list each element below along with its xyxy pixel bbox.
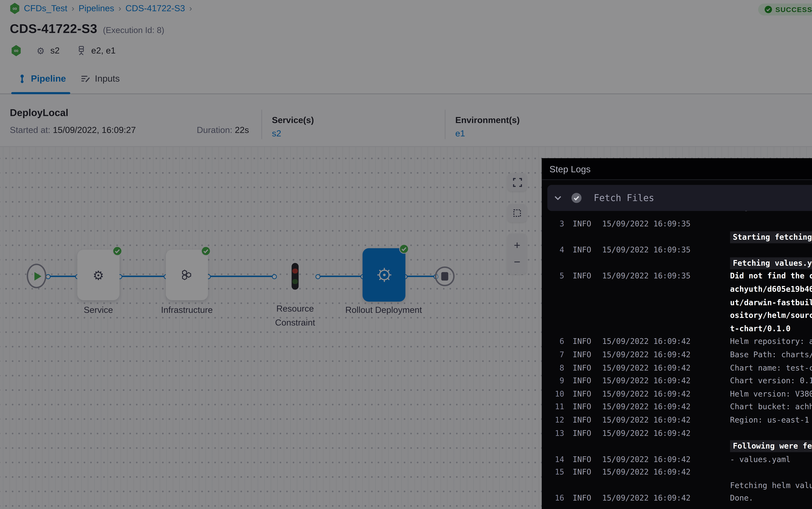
log-level: INFO: [573, 270, 594, 336]
step-row-fetch-files[interactable]: Fetch Files ↑ ↓ 9s: [547, 185, 812, 211]
log-timestamp: 15/09/2022 16:09:42: [602, 401, 722, 414]
edge: [48, 275, 77, 277]
gear-icon: ⚙: [37, 46, 45, 55]
status-badge: SUCCESS: [758, 4, 812, 15]
node-service[interactable]: ⚙: [77, 250, 119, 300]
log-timestamp: 15/09/2022 16:09:42: [602, 493, 722, 506]
log-level: INFO: [573, 362, 594, 375]
harness-logo-icon: ∞: [10, 3, 20, 14]
log-row: 5 INFO 15/09/2022 16:09:35 Did not find …: [542, 270, 812, 336]
log-row: 10 INFO 15/09/2022 16:09:42 Helm version…: [542, 388, 812, 401]
log-message: Fetching values.yaml from helm chart rep…: [730, 257, 812, 270]
tab-bar: Pipeline Inputs Console View: [0, 68, 812, 94]
log-level: INFO: [573, 218, 594, 231]
divider: [261, 110, 262, 139]
log-message: Chart version: 0.1.0: [730, 375, 812, 388]
started-label: Started at:: [10, 125, 50, 135]
log-row: 15 INFO 15/09/2022 16:09:42 Fetching hel…: [542, 467, 812, 493]
environments-label: Environment(s): [455, 115, 520, 125]
stage-name: DeployLocal: [10, 107, 68, 118]
log-line-number: 5: [553, 270, 564, 336]
check-circle-icon: [764, 6, 772, 13]
edge: [405, 275, 436, 277]
log-level: INFO: [573, 401, 594, 414]
environments-value[interactable]: e1: [455, 129, 465, 139]
services-value[interactable]: s2: [272, 129, 281, 139]
log-message: Chart name: test-chart: [730, 362, 812, 375]
end-node[interactable]: [435, 267, 454, 286]
log-timestamp: 15/09/2022 16:09:42: [602, 349, 722, 362]
log-level: INFO: [573, 453, 594, 466]
log-row: 4 INFO 15/09/2022 16:09:35 Fetching valu…: [542, 244, 812, 270]
log-line-number: 3: [553, 218, 564, 231]
node-service-label: Service: [56, 303, 141, 317]
log-message: Helm version: V380: [730, 388, 812, 401]
log-entries: 3 INFO 15/09/2022 16:09:35 Starting fetc…: [542, 218, 812, 506]
gear-icon: ⚙: [93, 268, 104, 282]
log-timestamp: 15/09/2022 16:09:42: [602, 467, 722, 479]
node-resource-constraint[interactable]: [292, 263, 298, 290]
start-node[interactable]: [27, 264, 46, 288]
duration-value: 22s: [235, 125, 249, 135]
log-row: 8 INFO 15/09/2022 16:09:42 Chart name: t…: [542, 362, 812, 375]
log-timestamp: 15/09/2022 16:09:42: [602, 427, 722, 440]
log-level: INFO: [573, 375, 594, 388]
stop-icon: [441, 272, 448, 280]
edge: [318, 275, 363, 277]
breadcrumb-separator-icon: ›: [72, 4, 74, 13]
log-message: Base Path: charts/: [730, 349, 812, 362]
canvas-fit-button[interactable]: [507, 204, 527, 222]
execution-status-bar: SUCCESS Start time 15/09/2022 16:09:26 5…: [758, 2, 812, 17]
log-message: Region: us-east-1: [730, 414, 812, 427]
node-infrastructure[interactable]: [166, 250, 208, 300]
screen: ∞ CFDs_Test › Pipelines › CDS-41722-S3 ›…: [0, 0, 812, 509]
log-row: 14 INFO 15/09/2022 16:09:42 - values.yam…: [542, 453, 812, 466]
log-row: 9 INFO 15/09/2022 16:09:42 Chart version…: [542, 375, 812, 388]
started-at: Started at: 15/09/2022, 16:09:27: [10, 125, 136, 135]
log-line-number: 15: [553, 467, 564, 479]
log-timestamp: 15/09/2022 16:09:42: [602, 375, 722, 388]
log-level: INFO: [573, 244, 594, 257]
harness-logo-icon: ∞: [11, 45, 21, 56]
step-logs-title: Step Logs: [549, 164, 590, 174]
log-timestamp: 15/09/2022 16:09:42: [602, 336, 722, 349]
tab-pipeline[interactable]: Pipeline: [18, 73, 66, 84]
tab-inputs-label: Inputs: [95, 73, 120, 84]
log-line-number: 9: [553, 375, 564, 388]
edge: [119, 275, 166, 277]
node-rollout-deployment[interactable]: [363, 248, 405, 302]
log-row: 7 INFO 15/09/2022 16:09:42 Base Path: ch…: [542, 349, 812, 362]
log-line-number: 12: [553, 414, 564, 427]
log-line-number: 10: [553, 388, 564, 401]
log-timestamp: 15/09/2022 16:09:35: [602, 244, 722, 257]
zoom-in-button[interactable]: +: [514, 240, 520, 251]
breadcrumb-pipelines[interactable]: Pipelines: [79, 4, 114, 13]
port: [271, 274, 276, 279]
pipeline-icon: [18, 73, 26, 83]
execution-id: (Execution Id: 8): [103, 25, 164, 35]
page-title: CDS-41722-S3: [10, 22, 98, 37]
log-line-number: 11: [553, 401, 564, 414]
meta-service[interactable]: s2: [50, 46, 60, 56]
log-level: INFO: [573, 467, 594, 479]
log-message: Following were fetched successfully :: [730, 440, 812, 453]
zoom-out-button[interactable]: −: [514, 257, 520, 268]
log-row: 11 INFO 15/09/2022 16:09:42 Chart bucket…: [542, 401, 812, 414]
canvas-fullscreen-button[interactable]: [507, 173, 527, 191]
breadcrumb-project[interactable]: CFDs_Test: [24, 4, 67, 13]
duration-label: Duration:: [197, 125, 232, 135]
breadcrumb-separator-icon: ›: [189, 4, 192, 13]
tab-inputs[interactable]: Inputs: [81, 73, 120, 84]
breadcrumb-pipeline-name[interactable]: CDS-41722-S3: [125, 4, 185, 13]
inputs-icon: [81, 74, 90, 82]
selection-frame-icon: [513, 208, 522, 217]
breadcrumb: ∞ CFDs_Test › Pipelines › CDS-41722-S3 ›: [10, 3, 192, 14]
log-line-number: 14: [553, 453, 564, 466]
status-badge-label: SUCCESS: [775, 6, 812, 13]
log-row: 6 INFO 15/09/2022 16:09:42 Helm reposito…: [542, 336, 812, 349]
meta-environments[interactable]: e2, e1: [91, 46, 116, 56]
log-row: 3 INFO 15/09/2022 16:09:35 Starting fetc…: [542, 218, 812, 244]
breadcrumb-separator-icon: ›: [118, 4, 121, 13]
tab-pipeline-label: Pipeline: [31, 73, 66, 84]
fullscreen-icon: [513, 177, 522, 186]
